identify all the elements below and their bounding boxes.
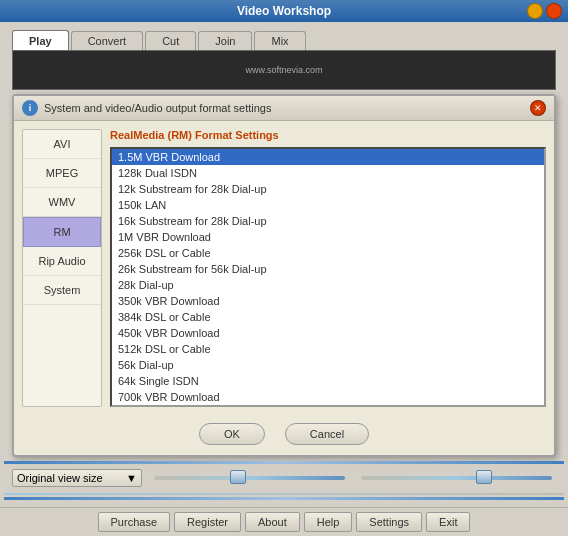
format-wmv[interactable]: WMV bbox=[23, 188, 101, 217]
divider-blue bbox=[4, 461, 564, 464]
list-item[interactable]: 26k Substream for 56k Dial-up bbox=[112, 261, 544, 277]
list-item[interactable]: 16k Substream for 28k Dial-up bbox=[112, 213, 544, 229]
tab-bar: Play Convert Cut Join Mix bbox=[4, 26, 564, 50]
list-item[interactable]: 700k VBR Download bbox=[112, 389, 544, 405]
format-system[interactable]: System bbox=[23, 276, 101, 305]
close-button[interactable] bbox=[546, 3, 562, 19]
ok-button[interactable]: OK bbox=[199, 423, 265, 445]
title-bar: Video Workshop bbox=[0, 0, 568, 22]
format-listbox[interactable]: 1.5M VBR Download128k Dual ISDN12k Subst… bbox=[110, 147, 546, 407]
format-rip-audio[interactable]: Rip Audio bbox=[23, 247, 101, 276]
cancel-button[interactable]: Cancel bbox=[285, 423, 369, 445]
tab-mix[interactable]: Mix bbox=[254, 31, 305, 50]
list-item[interactable]: 64k Single ISDN bbox=[112, 373, 544, 389]
list-item[interactable]: 28k Dial-up bbox=[112, 277, 544, 293]
tab-cut[interactable]: Cut bbox=[145, 31, 196, 50]
divider-blue-2 bbox=[4, 497, 564, 500]
zoom-slider-right[interactable] bbox=[361, 476, 552, 480]
settings-button[interactable]: Settings bbox=[356, 512, 422, 532]
info-icon: i bbox=[22, 100, 38, 116]
list-item[interactable]: 1.5M VBR Download bbox=[112, 149, 544, 165]
list-item[interactable]: 450k VBR Download bbox=[112, 325, 544, 341]
list-item[interactable]: 1M VBR Download bbox=[112, 229, 544, 245]
format-list-area: RealMedia (RM) Format Settings 1.5M VBR … bbox=[110, 129, 546, 407]
view-size-dropdown[interactable]: Original view size ▼ bbox=[12, 469, 142, 487]
preview-area: www.softnevia.com bbox=[12, 50, 556, 90]
help-button[interactable]: Help bbox=[304, 512, 353, 532]
list-item[interactable]: 128k Dual ISDN bbox=[112, 165, 544, 181]
list-item[interactable]: 350k VBR Download bbox=[112, 293, 544, 309]
list-item[interactable]: 256k DSL or Cable bbox=[112, 245, 544, 261]
register-button[interactable]: Register bbox=[174, 512, 241, 532]
dialog-buttons: OK Cancel bbox=[14, 415, 554, 455]
app-title: Video Workshop bbox=[237, 4, 331, 18]
divider bbox=[4, 493, 564, 495]
bottom-controls: Original view size ▼ bbox=[4, 465, 564, 491]
preview-text: www.softnevia.com bbox=[245, 65, 322, 75]
format-rm[interactable]: RM bbox=[23, 217, 101, 247]
list-item[interactable]: 56k Dial-up bbox=[112, 357, 544, 373]
dialog-title: i System and video/Audio output format s… bbox=[22, 100, 271, 116]
main-container: Play Convert Cut Join Mix www.softnevia.… bbox=[0, 22, 568, 505]
dialog-content: AVI MPEG WMV RM Rip Audio System RealMed… bbox=[14, 121, 554, 415]
list-item[interactable]: 12k Substream for 28k Dial-up bbox=[112, 181, 544, 197]
format-settings-dialog: i System and video/Audio output format s… bbox=[12, 94, 556, 457]
minimize-button[interactable] bbox=[527, 3, 543, 19]
tab-play[interactable]: Play bbox=[12, 30, 69, 50]
dialog-close-button[interactable]: ✕ bbox=[530, 100, 546, 116]
format-list-title: RealMedia (RM) Format Settings bbox=[110, 129, 546, 141]
list-item[interactable]: 150k LAN bbox=[112, 197, 544, 213]
list-item[interactable]: 512k DSL or Cable bbox=[112, 341, 544, 357]
window-controls bbox=[527, 3, 562, 19]
footer: Purchase Register About Help Settings Ex… bbox=[0, 507, 568, 536]
format-avi[interactable]: AVI bbox=[23, 130, 101, 159]
format-sidebar: AVI MPEG WMV RM Rip Audio System bbox=[22, 129, 102, 407]
tab-join[interactable]: Join bbox=[198, 31, 252, 50]
slider-thumb-left[interactable] bbox=[230, 470, 246, 484]
exit-button[interactable]: Exit bbox=[426, 512, 470, 532]
tab-convert[interactable]: Convert bbox=[71, 31, 144, 50]
format-mpeg[interactable]: MPEG bbox=[23, 159, 101, 188]
slider-thumb-right[interactable] bbox=[476, 470, 492, 484]
dialog-title-bar: i System and video/Audio output format s… bbox=[14, 96, 554, 121]
zoom-slider-left[interactable] bbox=[154, 476, 345, 480]
dropdown-arrow-icon: ▼ bbox=[126, 472, 137, 484]
about-button[interactable]: About bbox=[245, 512, 300, 532]
list-item[interactable]: 384k DSL or Cable bbox=[112, 309, 544, 325]
purchase-button[interactable]: Purchase bbox=[98, 512, 170, 532]
